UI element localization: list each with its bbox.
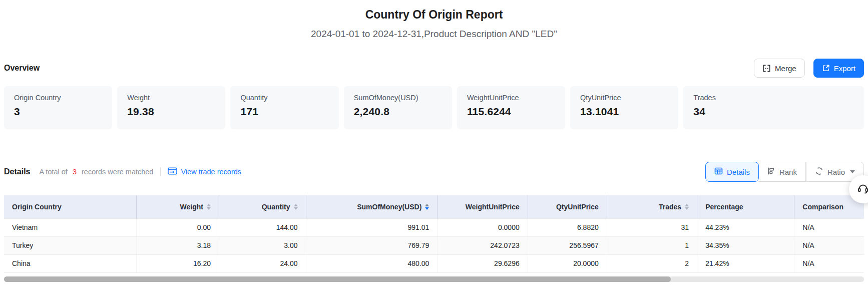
stat-card-weight: Weight 19.38 [117, 86, 225, 129]
merge-button-label: Merge [775, 64, 796, 73]
col-header-weight[interactable]: Weight [137, 195, 219, 218]
trade-card-arrow-icon [168, 167, 177, 176]
cell-qty-unit-price: 20.0000 [528, 254, 607, 272]
cell-origin: Vietnam [4, 218, 137, 236]
col-header-label: QtyUnitPrice [556, 203, 599, 211]
col-header-label: Percentage [705, 203, 743, 211]
export-button-label: Export [834, 64, 855, 73]
cell-weight: 0.00 [137, 218, 219, 236]
col-header-label: Comparison [802, 203, 843, 211]
matched-count: 3 [71, 168, 78, 176]
table-grid-icon [714, 167, 723, 177]
tab-details[interactable]: Details [705, 162, 759, 182]
cell-origin: Turkey [4, 236, 137, 254]
stat-value: 171 [240, 106, 328, 118]
page-title: Country Of Origin Report [4, 7, 864, 22]
cell-weight: 3.18 [137, 236, 219, 254]
stat-label: QtyUnitPrice [580, 94, 668, 102]
details-header-row: Details A total of 3 records were matche… [4, 161, 864, 182]
cell-comparison: N/A [794, 254, 864, 272]
cell-weight-unit-price: 0.0000 [438, 218, 528, 236]
ratio-circle-icon [815, 167, 823, 177]
col-header-label: Origin Country [12, 203, 62, 211]
stat-label: SumOfMoney(USD) [354, 94, 442, 102]
cell-trades: 1 [607, 236, 697, 254]
stat-label: Trades [693, 94, 854, 102]
cell-quantity: 144.00 [219, 218, 306, 236]
cell-qty-unit-price: 256.5967 [528, 236, 607, 254]
toolbar-actions: Merge Export [754, 59, 864, 78]
sort-icon[interactable] [685, 204, 689, 210]
export-button[interactable]: Export [813, 59, 864, 78]
stat-card-quantity: Quantity 171 [230, 86, 338, 129]
view-trade-records-link[interactable]: View trade records [168, 167, 241, 176]
cell-sum: 480.00 [306, 254, 438, 272]
table-row-turkey[interactable]: Turkey 3.18 3.00 769.79 242.0723 256.596… [4, 236, 864, 254]
stat-card-origin-country: Origin Country 3 [4, 86, 112, 129]
cell-percentage: 21.42% [697, 254, 794, 272]
tab-ratio-label: Ratio [827, 168, 845, 176]
vertical-divider [160, 167, 161, 176]
cell-origin: China [4, 254, 137, 272]
stat-value: 13.1041 [580, 106, 668, 118]
stat-label: WeightUnitPrice [467, 94, 555, 102]
chevron-down-icon [850, 170, 855, 173]
summary-prefix: A total of [39, 168, 67, 176]
headset-icon [856, 182, 868, 197]
tab-details-label: Details [727, 168, 750, 176]
cell-comparison: N/A [794, 218, 864, 236]
stat-label: Origin Country [14, 94, 102, 102]
stat-card-sum-of-money: SumOfMoney(USD) 2,240.8 [344, 86, 452, 129]
external-link-icon [822, 64, 830, 72]
cell-percentage: 34.35% [697, 236, 794, 254]
details-heading: Details [4, 167, 30, 176]
stat-value: 3 [14, 106, 102, 118]
stat-value: 2,240.8 [354, 106, 442, 118]
stat-label: Quantity [240, 94, 328, 102]
stat-value: 115.6244 [467, 106, 555, 118]
merge-cells-icon [762, 64, 771, 73]
col-header-sum-of-money[interactable]: SumOfMoney(USD) [306, 195, 438, 218]
view-trade-records-label: View trade records [181, 168, 241, 176]
sort-icon[interactable] [294, 204, 298, 210]
tab-rank-label: Rank [779, 168, 797, 176]
cell-sum: 769.79 [306, 236, 438, 254]
stat-card-weight-unit-price: WeightUnitPrice 115.6244 [457, 86, 565, 129]
sort-icon[interactable] [207, 204, 211, 210]
sort-icon-active-desc[interactable] [425, 204, 429, 210]
view-switcher: Details Rank [705, 162, 864, 182]
col-header-label: SumOfMoney(USD) [357, 203, 421, 211]
stat-card-trades: Trades 34 [683, 86, 864, 129]
col-header-percentage: Percentage [697, 195, 794, 218]
col-header-weight-unit-price: WeightUnitPrice [438, 195, 528, 218]
table-header: Origin Country Weight Quantity SumOfMone… [4, 195, 864, 218]
scrollbar-thumb[interactable] [4, 276, 671, 282]
cell-percentage: 44.23% [697, 218, 794, 236]
page-subtitle: 2024-01-01 to 2024-12-31,Product Descrip… [4, 28, 864, 40]
table-row-vietnam[interactable]: Vietnam 0.00 144.00 991.01 0.0000 6.8820… [4, 218, 864, 236]
col-header-label: WeightUnitPrice [466, 203, 520, 211]
merge-button[interactable]: Merge [754, 59, 805, 78]
cell-comparison: N/A [794, 236, 864, 254]
stat-value: 19.38 [127, 106, 215, 118]
col-header-qty-unit-price: QtyUnitPrice [528, 195, 607, 218]
cell-quantity: 24.00 [219, 254, 306, 272]
tab-rank[interactable]: Rank [758, 162, 806, 182]
overview-header-row: Overview Merge Export [4, 58, 864, 78]
cell-weight-unit-price: 29.6296 [438, 254, 528, 272]
cell-qty-unit-price: 6.8820 [528, 218, 607, 236]
cell-weight-unit-price: 242.0723 [438, 236, 528, 254]
cell-weight: 16.20 [137, 254, 219, 272]
overview-cards: Origin Country 3 Weight 19.38 Quantity 1… [4, 86, 864, 129]
col-header-quantity[interactable]: Quantity [219, 195, 306, 218]
col-header-origin-country: Origin Country [4, 195, 137, 218]
stat-card-qty-unit-price: QtyUnitPrice 13.1041 [570, 86, 678, 129]
horizontal-scrollbar[interactable] [4, 276, 864, 282]
cell-sum: 991.01 [306, 218, 438, 236]
table-row-china[interactable]: China 16.20 24.00 480.00 29.6296 20.0000… [4, 254, 864, 272]
stat-label: Weight [127, 94, 215, 102]
stat-value: 34 [693, 106, 854, 118]
cell-quantity: 3.00 [219, 236, 306, 254]
col-header-trades[interactable]: Trades [607, 195, 697, 218]
records-matched-summary: A total of 3 records were matched [39, 168, 153, 176]
